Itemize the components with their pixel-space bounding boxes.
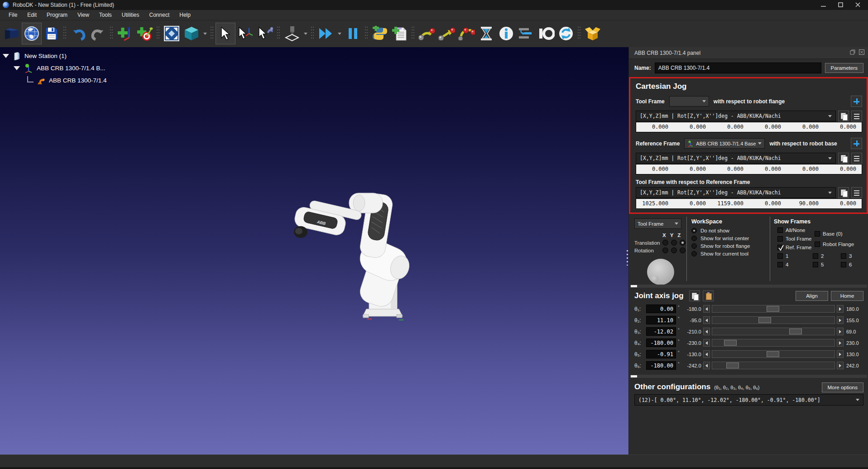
- pose-format-select[interactable]: [X,Y,Z]mm | Rot[Z,Y',X'']deg - ABB/KUKA/…: [636, 111, 836, 121]
- pose-value[interactable]: 1159.000: [711, 199, 749, 208]
- robot-name-input[interactable]: [655, 63, 821, 73]
- pose-menu-button[interactable]: [851, 153, 862, 164]
- pose-value[interactable]: 0.000: [674, 122, 711, 132]
- add-program-button[interactable]: [390, 23, 410, 44]
- pose-value[interactable]: 0.000: [636, 122, 674, 132]
- joint-increase-button[interactable]: [837, 328, 844, 335]
- checkbox-icon[interactable]: [777, 253, 783, 259]
- expand-arrow-icon[interactable]: [14, 66, 20, 70]
- checkbox-icon[interactable]: [815, 231, 820, 237]
- check-collisions-button[interactable]: [282, 23, 302, 44]
- joint-increase-button[interactable]: [837, 362, 844, 369]
- view-dropdown-caret[interactable]: [203, 33, 207, 35]
- select-button[interactable]: [216, 23, 235, 44]
- pose-value[interactable]: 0.000: [786, 164, 824, 174]
- float-panel-icon[interactable]: [850, 49, 855, 56]
- view-cube-button[interactable]: [182, 23, 201, 44]
- checkbox-base[interactable]: Base (0): [815, 230, 854, 237]
- rotate-x-button[interactable]: [662, 247, 668, 253]
- open-project-button[interactable]: [2, 23, 22, 44]
- joint-decrease-button[interactable]: [703, 362, 710, 369]
- menu-utilities[interactable]: Utilities: [117, 10, 144, 19]
- rotate-z-button[interactable]: [680, 247, 686, 253]
- add-python-button[interactable]: [370, 23, 390, 44]
- add-tool-button[interactable]: [851, 96, 862, 107]
- slider-thumb[interactable]: [724, 340, 737, 346]
- redo-button[interactable]: [88, 23, 108, 44]
- pose-value[interactable]: 0.000: [674, 164, 711, 174]
- pose-format-select[interactable]: [X,Y,Z]mm | Rot[Z,Y',X'']deg - ABB/KUKA/…: [636, 153, 836, 164]
- checkbox-icon[interactable]: [813, 253, 818, 259]
- translate-z-button[interactable]: [680, 240, 686, 246]
- slider-thumb[interactable]: [789, 329, 802, 334]
- joint-decrease-button[interactable]: [703, 350, 710, 358]
- workspace-option[interactable]: Show for current tool: [691, 250, 770, 257]
- slider-thumb[interactable]: [758, 317, 771, 323]
- pose-value[interactable]: 0.000: [636, 164, 674, 174]
- copy-pose-button[interactable]: [838, 111, 849, 121]
- menu-file[interactable]: File: [4, 10, 22, 19]
- joint-increase-button[interactable]: [837, 305, 844, 313]
- joint-decrease-button[interactable]: [703, 339, 710, 347]
- menu-edit[interactable]: Edit: [22, 10, 42, 19]
- joint-value-input[interactable]: [646, 327, 676, 336]
- joint-increase-button[interactable]: [837, 350, 844, 358]
- reference-frame-select[interactable]: ABB CRB 1300-7/1.4 Base: [684, 138, 765, 149]
- horizontal-scrollbar[interactable]: [630, 285, 867, 288]
- splitter-handle[interactable]: [626, 250, 628, 266]
- checkbox-frame-5[interactable]: 5: [813, 261, 841, 268]
- joint-slider[interactable]: [712, 305, 835, 313]
- pose-menu-button[interactable]: [851, 111, 862, 121]
- tool-frame-select[interactable]: [669, 96, 709, 106]
- checkbox-frame-2[interactable]: 2: [813, 252, 841, 260]
- copy-joints-button[interactable]: [689, 290, 700, 301]
- horizontal-scrollbar[interactable]: [630, 375, 867, 378]
- workspace-option[interactable]: Show for wrist center: [691, 234, 770, 242]
- menu-program[interactable]: Program: [42, 10, 72, 19]
- menu-view[interactable]: View: [72, 10, 94, 19]
- tree-item-robot[interactable]: ABB CRB 1300-7/1.4: [3, 74, 107, 87]
- rotate-y-button[interactable]: [671, 247, 677, 253]
- joint-slider[interactable]: [712, 339, 835, 347]
- menu-connect[interactable]: Connect: [144, 10, 175, 19]
- jog-knob[interactable]: [647, 259, 674, 285]
- radio-icon[interactable]: [691, 236, 697, 241]
- radio-icon[interactable]: [691, 243, 697, 249]
- tree-item-frame[interactable]: ABB CRB 1300-7/1.4 B...: [3, 62, 107, 74]
- paste-joints-button[interactable]: [703, 290, 714, 301]
- move-robot-button[interactable]: [255, 23, 275, 44]
- checkbox-tool-frame[interactable]: Tool Frame: [777, 235, 813, 242]
- pose-value[interactable]: 90.000: [786, 199, 824, 208]
- move-reference-button[interactable]: [235, 23, 255, 44]
- joint-value-input[interactable]: [646, 305, 676, 313]
- add-reference-frame-button[interactable]: [115, 23, 135, 44]
- more-options-button[interactable]: More options: [822, 382, 863, 392]
- collision-dropdown-caret[interactable]: [304, 33, 307, 35]
- robot-3d-model[interactable]: ABB: [292, 190, 411, 323]
- checkbox-frame-4[interactable]: 4: [777, 261, 813, 268]
- joint-decrease-button[interactable]: [703, 328, 710, 335]
- pose-menu-button[interactable]: [851, 187, 862, 198]
- export-simulation-button[interactable]: [583, 23, 603, 44]
- menu-help[interactable]: Help: [174, 10, 196, 19]
- expand-arrow-icon[interactable]: [3, 54, 9, 58]
- close-button[interactable]: [855, 2, 861, 8]
- checkbox-icon[interactable]: [777, 236, 783, 242]
- pose-value[interactable]: 0.000: [824, 164, 862, 174]
- run-program-button[interactable]: [316, 23, 336, 44]
- joint-slider[interactable]: [712, 328, 835, 335]
- checkbox-icon[interactable]: [813, 262, 818, 267]
- fit-all-button[interactable]: [162, 23, 182, 44]
- radio-icon[interactable]: [691, 228, 697, 233]
- pose-value[interactable]: 0.000: [786, 122, 824, 132]
- checkbox-frame-6[interactable]: 6: [841, 261, 868, 268]
- radio-icon[interactable]: [691, 251, 697, 256]
- checkbox-frame-1[interactable]: 1: [777, 252, 813, 260]
- checkbox-icon[interactable]: [777, 227, 783, 233]
- copy-pose-button[interactable]: [838, 153, 849, 164]
- checkbox-all-none[interactable]: All/None: [777, 227, 813, 234]
- joint-value-input[interactable]: [646, 350, 676, 358]
- joint-value-input[interactable]: [646, 361, 676, 370]
- checkbox-ref-frame[interactable]: Ref. Frame: [777, 244, 813, 251]
- workspace-option[interactable]: Show for robot flange: [691, 242, 770, 250]
